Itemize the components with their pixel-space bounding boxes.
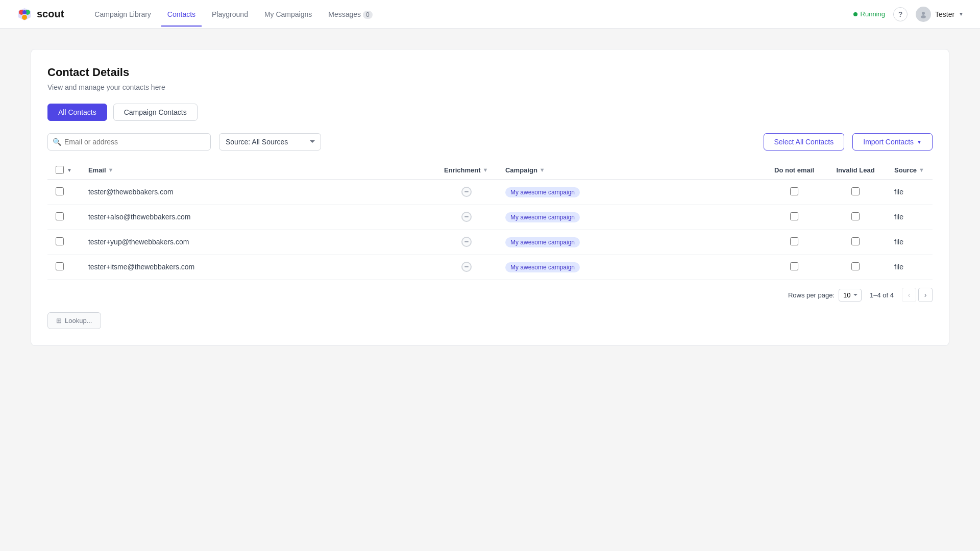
enrichment-sort-icon[interactable]: ▼ (483, 167, 488, 173)
row-checkbox-cell (47, 255, 80, 280)
table-row: tester+also@thewebbakers.com My awesome … (47, 205, 933, 230)
next-page-button[interactable]: › (918, 288, 933, 302)
source-cell: file (886, 180, 933, 205)
campaign-badge: My awesome campaign (505, 212, 580, 222)
svg-point-5 (922, 12, 925, 15)
svg-point-4 (22, 10, 27, 14)
enrichment-cell (436, 230, 497, 255)
help-button[interactable]: ? (893, 7, 908, 21)
import-contacts-button[interactable]: Import Contacts ▼ (852, 133, 933, 151)
select-all-button[interactable]: Select All Contacts (764, 133, 845, 151)
nav-playground[interactable]: Playground (206, 2, 254, 27)
donotemail-checkbox-1[interactable] (790, 212, 798, 220)
nav-my-campaigns[interactable]: My Campaigns (258, 2, 318, 27)
email-cell: tester+itsme@thewebbakers.com (80, 255, 436, 280)
tab-all-contacts[interactable]: All Contacts (47, 104, 107, 121)
invalidlead-cell (825, 205, 886, 230)
nav-messages[interactable]: Messages 0 (322, 2, 378, 27)
invalidlead-checkbox-3[interactable] (851, 262, 860, 270)
donotemail-checkbox-3[interactable] (790, 262, 798, 270)
enrichment-cell (436, 180, 497, 205)
contacts-table-wrap: ▼ Email ▼ Enrichment ▼ (47, 161, 933, 280)
main-content: Contact Details View and manage your con… (0, 29, 980, 366)
contact-details-card: Contact Details View and manage your con… (31, 49, 949, 346)
select-dropdown-arrow[interactable]: ▼ (67, 167, 72, 173)
row-checkbox-3[interactable] (56, 262, 64, 270)
source-sort-icon[interactable]: ▼ (919, 167, 924, 173)
source-cell: file (886, 255, 933, 280)
nav-contacts[interactable]: Contacts (161, 2, 202, 27)
logo-text: scout (37, 8, 64, 20)
campaign-badge: My awesome campaign (505, 262, 580, 272)
campaign-badge: My awesome campaign (505, 187, 580, 197)
campaign-sort-icon[interactable]: ▼ (540, 167, 545, 173)
page-title: Contact Details (47, 66, 933, 79)
table-row: tester+itsme@thewebbakers.com My awesome… (47, 255, 933, 280)
logo-icon (16, 6, 33, 22)
campaign-cell: My awesome campaign (497, 230, 764, 255)
toolbar: 🔍 Source: All Sources Select All Contact… (47, 133, 933, 151)
email-col-header: Email ▼ (80, 161, 436, 180)
search-wrap: 🔍 (47, 133, 211, 151)
row-checkbox-0[interactable] (56, 187, 64, 195)
donotemail-cell (764, 230, 825, 255)
svg-point-6 (921, 15, 926, 18)
prev-page-button[interactable]: ‹ (902, 288, 916, 302)
campaign-col-header: Campaign ▼ (497, 161, 764, 180)
contacts-table-body: tester@thewebbakers.com My awesome campa… (47, 180, 933, 280)
donotemail-col-header: Do not email (764, 161, 825, 180)
enrichment-status-icon (461, 237, 472, 247)
enrichment-cell (436, 205, 497, 230)
avatar (916, 7, 931, 22)
donotemail-cell (764, 255, 825, 280)
email-sort-icon[interactable]: ▼ (108, 167, 114, 173)
invalidlead-cell (825, 255, 886, 280)
search-input[interactable] (47, 133, 211, 151)
invalidlead-cell (825, 180, 886, 205)
user-icon (919, 10, 927, 18)
page-subtitle: View and manage your contacts here (47, 83, 933, 91)
chevron-down-icon: ▼ (959, 11, 964, 17)
enrichment-cell (436, 255, 497, 280)
table-row: tester+yup@thewebbakers.com My awesome c… (47, 230, 933, 255)
row-checkbox-cell (47, 230, 80, 255)
running-dot-icon (853, 12, 857, 16)
select-all-checkbox[interactable] (56, 166, 64, 174)
user-name: Tester (935, 10, 954, 18)
donotemail-checkbox-0[interactable] (790, 187, 798, 195)
email-cell: tester+yup@thewebbakers.com (80, 230, 436, 255)
donotemail-cell (764, 180, 825, 205)
nav-links: Campaign Library Contacts Playground My … (88, 2, 853, 27)
source-cell: file (886, 230, 933, 255)
donotemail-cell (764, 205, 825, 230)
logo[interactable]: scout (16, 6, 64, 22)
navbar: scout Campaign Library Contacts Playgrou… (0, 0, 980, 29)
enrichment-status-icon (461, 212, 472, 222)
enrichment-status-icon (461, 187, 472, 197)
invalidlead-cell (825, 230, 886, 255)
source-cell: file (886, 205, 933, 230)
row-checkbox-2[interactable] (56, 237, 64, 245)
rows-per-page-select[interactable]: 10 (839, 289, 862, 302)
page-range: 1–4 of 4 (870, 291, 894, 299)
chevron-down-icon: ▼ (917, 139, 922, 145)
enrichment-status-icon (461, 262, 472, 272)
pagination: Rows per page: 10 1–4 of 4 ‹ › (47, 288, 933, 302)
email-cell: tester+also@thewebbakers.com (80, 205, 436, 230)
lookup-button[interactable]: ⊞ Lookup... (47, 312, 101, 329)
nav-right: Running ? Tester ▼ (853, 7, 964, 22)
tab-campaign-contacts[interactable]: Campaign Contacts (113, 104, 198, 121)
invalidlead-checkbox-1[interactable] (851, 212, 860, 220)
user-menu[interactable]: Tester ▼ (916, 7, 964, 22)
source-filter[interactable]: Source: All Sources (219, 133, 321, 151)
row-checkbox-1[interactable] (56, 212, 64, 220)
lookup-icon: ⊞ (56, 317, 62, 324)
invalidlead-checkbox-2[interactable] (851, 237, 860, 245)
nav-campaign-library[interactable]: Campaign Library (88, 2, 157, 27)
invalidlead-checkbox-0[interactable] (851, 187, 860, 195)
rows-per-page: Rows per page: 10 (788, 289, 862, 302)
messages-count: 0 (363, 11, 373, 19)
campaign-cell: My awesome campaign (497, 255, 764, 280)
page-navigation: ‹ › (902, 288, 933, 302)
donotemail-checkbox-2[interactable] (790, 237, 798, 245)
